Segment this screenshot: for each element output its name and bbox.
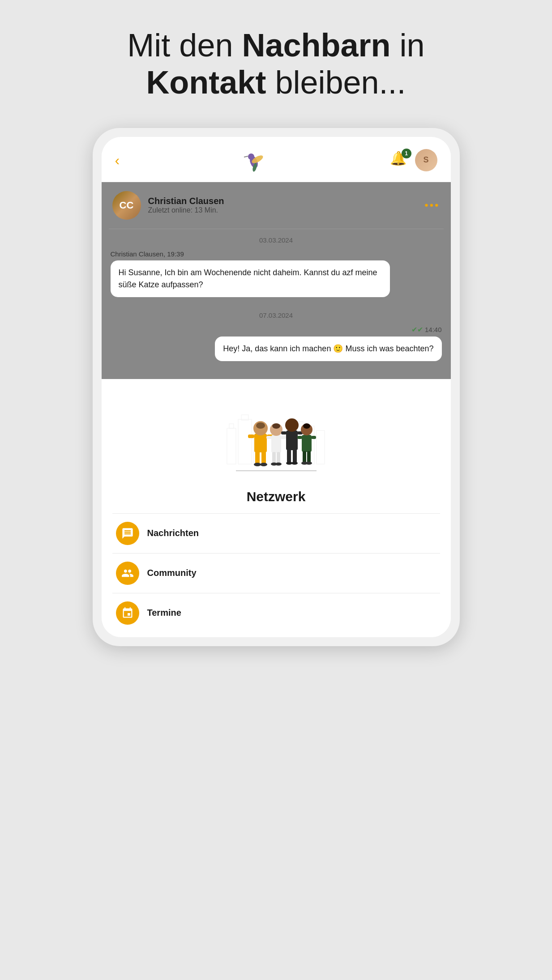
chat-sender-label: Christian Clausen, 19:39 (102, 248, 451, 260)
svg-point-44 (303, 423, 310, 429)
back-button[interactable]: ‹ (115, 153, 120, 167)
network-title: Netzwerk (247, 489, 306, 504)
read-checkmarks: ✔✔ (411, 325, 423, 334)
user-avatar-image: S (415, 149, 437, 171)
svg-rect-6 (229, 424, 234, 428)
message-bubble-received-1: Hi Susanne, Ich bin am Wochenende nicht … (111, 260, 390, 297)
svg-rect-12 (317, 430, 325, 464)
svg-point-38 (286, 461, 292, 464)
svg-rect-33 (287, 449, 291, 463)
svg-rect-25 (277, 452, 280, 464)
svg-rect-36 (281, 431, 287, 435)
nachrichten-icon-circle (116, 522, 139, 545)
app-header: ‹ 🔔 1 (102, 137, 451, 182)
time-label: 14:40 (425, 326, 442, 333)
svg-point-21 (254, 463, 261, 466)
community-svg (223, 392, 330, 482)
svg-rect-41 (303, 451, 306, 463)
svg-rect-5 (227, 428, 236, 464)
svg-rect-7 (238, 419, 252, 464)
chat-date-2: 07.03.2024 (102, 304, 451, 324)
app-logo (241, 147, 268, 174)
community-icon-circle (116, 562, 139, 585)
svg-rect-19 (248, 435, 254, 438)
menu-list: Nachrichten Community (112, 513, 440, 633)
message-time-2: ✔✔ 14:40 (102, 324, 451, 337)
user-avatar-header[interactable]: S (415, 149, 437, 171)
network-illustration (223, 392, 330, 482)
svg-point-31 (275, 462, 282, 465)
svg-rect-46 (311, 436, 316, 439)
calendar-icon (121, 607, 134, 619)
notification-badge: 1 (402, 149, 411, 158)
svg-line-2 (244, 156, 248, 157)
chat-user-info: Christian Clausen Zuletzt online: 13 Min… (148, 196, 418, 214)
svg-rect-24 (272, 452, 276, 464)
chat-body: 03.03.2024 Christian Clausen, 19:39 Hi S… (102, 229, 451, 379)
network-section: Netzwerk Nachrichten (102, 379, 451, 637)
header-right: 🔔 1 S (390, 149, 437, 171)
svg-rect-40 (302, 435, 312, 452)
svg-point-27 (272, 423, 280, 429)
svg-point-39 (291, 461, 298, 464)
svg-rect-23 (271, 435, 281, 453)
chat-menu-button[interactable]: ••• (424, 199, 440, 212)
christian-avatar-image: CC (112, 191, 141, 220)
svg-rect-34 (293, 449, 297, 463)
people-icon (121, 567, 134, 579)
chat-date-1: 03.03.2024 (102, 229, 451, 248)
menu-item-community[interactable]: Community (112, 553, 440, 593)
svg-rect-28 (266, 436, 272, 439)
svg-rect-42 (307, 451, 311, 463)
message-icon (121, 527, 134, 540)
svg-rect-15 (255, 452, 260, 464)
menu-item-nachrichten[interactable]: Nachrichten (112, 513, 440, 553)
svg-point-1 (248, 153, 254, 160)
chat-header: CC Christian Clausen Zuletzt online: 13 … (102, 182, 451, 229)
svg-rect-29 (281, 436, 286, 439)
svg-rect-14 (254, 434, 267, 452)
chat-user-name: Christian Clausen (148, 196, 418, 206)
chat-user-avatar[interactable]: CC (112, 191, 141, 220)
svg-rect-16 (261, 452, 266, 464)
svg-point-35 (285, 418, 299, 432)
svg-rect-45 (297, 436, 302, 439)
svg-rect-32 (286, 430, 298, 450)
community-label: Community (147, 568, 197, 578)
chat-user-status: Zuletzt online: 13 Min. (148, 206, 418, 214)
svg-point-18 (256, 422, 265, 429)
phone-inner: ‹ 🔔 1 (102, 137, 451, 637)
phone-frame: ‹ 🔔 1 (93, 128, 460, 646)
svg-point-48 (306, 461, 312, 464)
termine-label: Termine (147, 608, 181, 618)
nachrichten-label: Nachrichten (147, 528, 199, 538)
hummingbird-icon (241, 147, 268, 174)
notification-bell[interactable]: 🔔 1 (390, 150, 410, 170)
message-bubble-sent-1: Hey! Ja, das kann ich machen 🙂 Muss ich … (215, 337, 441, 361)
chat-section: CC Christian Clausen Zuletzt online: 13 … (102, 182, 451, 379)
termine-icon-circle (116, 601, 139, 625)
svg-point-22 (260, 463, 267, 466)
page-headline: Mit den Nachbarn in Kontakt bleiben... (127, 27, 424, 101)
menu-item-termine[interactable]: Termine (112, 593, 440, 633)
